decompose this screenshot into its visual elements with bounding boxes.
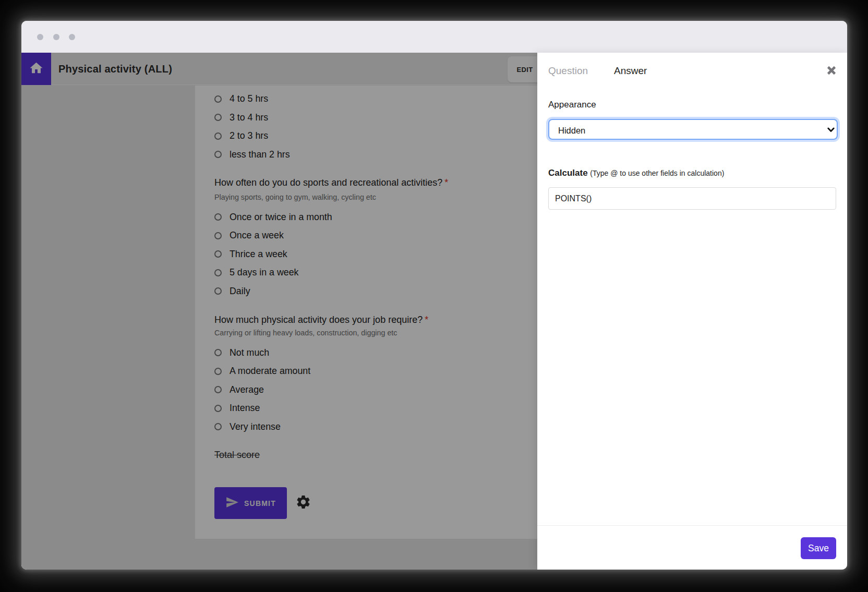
window-dot-2[interactable] [53, 34, 59, 40]
save-button[interactable]: Save [801, 537, 836, 559]
window-dot-3[interactable] [69, 34, 75, 40]
calculate-input[interactable] [548, 187, 836, 210]
app-viewport: Physical activity (ALL) EDIT 4 to 5 hrs [21, 53, 847, 570]
appearance-select-wrap: Hidden [548, 119, 838, 140]
tab-question[interactable]: Question [548, 65, 588, 77]
panel-tabs: Question Answer [548, 63, 647, 79]
settings-panel: Question Answer Appearance Hidden Ca [537, 53, 847, 570]
panel-footer-divider [537, 525, 847, 526]
window-dot-1[interactable] [37, 34, 43, 40]
appearance-select[interactable]: Hidden [548, 119, 838, 140]
close-icon[interactable] [827, 66, 836, 75]
screenshot-stage: Physical activity (ALL) EDIT 4 to 5 hrs [0, 0, 868, 592]
browser-window: Physical activity (ALL) EDIT 4 to 5 hrs [21, 21, 847, 570]
calculate-label: Calculate [548, 168, 588, 178]
calculate-label-row: Calculate (Type @ to use other fields in… [548, 168, 724, 178]
calculate-hint: (Type @ to use other fields in calculati… [590, 169, 724, 177]
window-title-bar [21, 21, 847, 53]
tab-answer[interactable]: Answer [614, 65, 647, 77]
appearance-label: Appearance [548, 100, 596, 110]
